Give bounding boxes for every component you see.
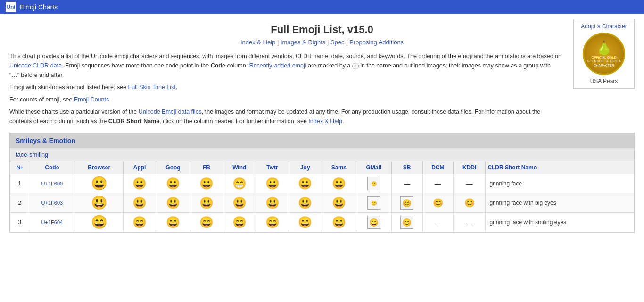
navbar: Uni Emoji Charts xyxy=(0,0,644,14)
intro-para2: Emoji with skin-tones are not listed her… xyxy=(9,83,561,92)
row2-gmail: 🙂 xyxy=(356,193,392,213)
row3-joy: 😄 xyxy=(289,213,322,232)
emoji-counts-link[interactable]: Emoji Counts xyxy=(74,96,109,103)
intro-para3: For counts of emoji, see Emoji Counts. xyxy=(9,95,561,104)
row2-joy: 😃 xyxy=(289,193,322,213)
row1-appl: 😀 xyxy=(123,174,156,193)
row3-fb: 😄 xyxy=(190,213,223,232)
table-row: 3 U+1F604 😄 😄 😄 😄 😄 😄 😄 😄 😄 😊 — — grinni… xyxy=(10,213,634,232)
subsection-header: face-smiling xyxy=(10,148,634,161)
nav-spec-link[interactable]: Spec xyxy=(330,39,345,46)
row3-goog: 😄 xyxy=(156,213,190,232)
col-sb[interactable]: SB xyxy=(391,161,422,174)
row3-code: U+1F604 xyxy=(29,213,75,232)
row3-appl: 😄 xyxy=(123,213,156,232)
row2-browser: 😃 xyxy=(75,193,123,213)
page-title: Full Emoji List, v15.0 xyxy=(9,24,635,36)
row3-kddi: — xyxy=(453,213,486,232)
row1-goog: 😀 xyxy=(156,174,190,193)
data-files-link[interactable]: Unicode Emoji data files xyxy=(139,109,202,115)
nav-proposing-link[interactable]: Proposing Additions xyxy=(349,39,404,46)
skin-tone-link[interactable]: Full Skin Tone List xyxy=(128,84,176,91)
row2-twtr: 😃 xyxy=(256,193,289,213)
row2-num: 2 xyxy=(10,193,29,213)
row3-browser: 😄 xyxy=(75,213,123,232)
row2-fb: 😃 xyxy=(190,193,223,213)
row1-code: U+1F600 xyxy=(29,174,75,193)
nav-links: Index & Help | Images & Rights | Spec | … xyxy=(9,39,635,46)
adopt-title: Adopt a Character xyxy=(578,23,630,30)
row1-gmail: 🙂 xyxy=(356,174,392,193)
index-help-link[interactable]: Index & Help xyxy=(308,118,342,125)
section-header: Smileys & Emotion xyxy=(10,133,634,148)
row1-joy: 😀 xyxy=(289,174,322,193)
row2-appl: 😃 xyxy=(123,193,156,213)
col-gmail[interactable]: GMail xyxy=(356,161,392,174)
sponsor-text: OFFICIAL GOLD SPONSOR · ADOPT A CHARACTE… xyxy=(584,56,624,67)
col-goog[interactable]: Goog xyxy=(156,161,190,174)
col-fb[interactable]: FB xyxy=(190,161,223,174)
emoji-table: № Code Browser Appl Goog FB Wind Twtr Jo… xyxy=(10,161,634,232)
row2-sb: 😊 xyxy=(391,193,422,213)
row1-sams: 😀 xyxy=(322,174,356,193)
table-row: 1 U+1F600 😀 😀 😀 😀 😁 😀 😀 😀 🙂 — — — grinni… xyxy=(10,174,634,193)
table-section: Smileys & Emotion face-smiling № Code Br… xyxy=(9,133,635,233)
row2-code: U+1F603 xyxy=(29,193,75,213)
ad-box: Adopt a Character 🍐 OFFICIAL GOLD SPONSO… xyxy=(573,19,635,89)
row1-kddi: — xyxy=(453,174,486,193)
new-icon: ○ xyxy=(352,63,359,69)
row1-dcm: — xyxy=(422,174,453,193)
col-cldr[interactable]: CLDR Short Name xyxy=(486,161,634,174)
pear-emoji: 🍐 xyxy=(596,40,612,56)
row1-num: 1 xyxy=(10,174,29,193)
uni-logo: Uni xyxy=(6,2,16,12)
row3-wind: 😄 xyxy=(223,213,256,232)
intro-para4: While these charts use a particular vers… xyxy=(9,107,561,126)
row3-cldr: grinning face with smiling eyes xyxy=(486,213,634,232)
col-browser[interactable]: Browser xyxy=(75,161,123,174)
col-sams[interactable]: Sams xyxy=(322,161,356,174)
table-header-row: № Code Browser Appl Goog FB Wind Twtr Jo… xyxy=(10,161,634,174)
row3-gmail: 😄 xyxy=(356,213,392,232)
nav-index-link[interactable]: Index & Help xyxy=(240,39,275,46)
col-num[interactable]: № xyxy=(10,161,29,174)
recently-added-link[interactable]: Recently-added emoji xyxy=(249,62,306,69)
col-code[interactable]: Code xyxy=(29,161,75,174)
row1-browser: 😀 xyxy=(75,174,123,193)
col-wind[interactable]: Wind xyxy=(223,161,256,174)
row1-cldr: grinning face xyxy=(486,174,634,193)
row2-cldr: grinning face with big eyes xyxy=(486,193,634,213)
table-row: 2 U+1F603 😃 😃 😃 😃 😃 😃 😃 😃 🙂 😊 😊 😊 grinni… xyxy=(10,193,634,213)
sponsor-circle: 🍐 OFFICIAL GOLD SPONSOR · ADOPT A CHARAC… xyxy=(583,33,625,75)
row3-sams: 😄 xyxy=(322,213,356,232)
row1-sb: — xyxy=(391,174,422,193)
row3-twtr: 😄 xyxy=(256,213,289,232)
row2-kddi: 😊 xyxy=(453,193,486,213)
row3-num: 3 xyxy=(10,213,29,232)
row3-sb: 😊 xyxy=(391,213,422,232)
intro-para1: This chart provides a list of the Unicod… xyxy=(9,51,561,80)
col-twtr[interactable]: Twtr xyxy=(256,161,289,174)
nav-rights-link[interactable]: Images & Rights xyxy=(281,39,325,46)
sponsor-name: USA Pears xyxy=(578,78,630,84)
row2-sams: 😃 xyxy=(322,193,356,213)
col-kddi[interactable]: KDDI xyxy=(453,161,486,174)
cldr-link[interactable]: Unicode CLDR data xyxy=(9,62,62,69)
row1-wind: 😁 xyxy=(223,174,256,193)
col-joy[interactable]: Joy xyxy=(289,161,322,174)
row2-wind: 😃 xyxy=(223,193,256,213)
col-appl[interactable]: Appl xyxy=(123,161,156,174)
row2-dcm: 😊 xyxy=(422,193,453,213)
row1-fb: 😀 xyxy=(190,174,223,193)
col-dcm[interactable]: DCM xyxy=(422,161,453,174)
app-title: Emoji Charts xyxy=(20,3,58,11)
row2-goog: 😃 xyxy=(156,193,190,213)
row1-twtr: 😀 xyxy=(256,174,289,193)
row3-dcm: — xyxy=(422,213,453,232)
main-content: Adopt a Character 🍐 OFFICIAL GOLD SPONSO… xyxy=(0,14,644,237)
